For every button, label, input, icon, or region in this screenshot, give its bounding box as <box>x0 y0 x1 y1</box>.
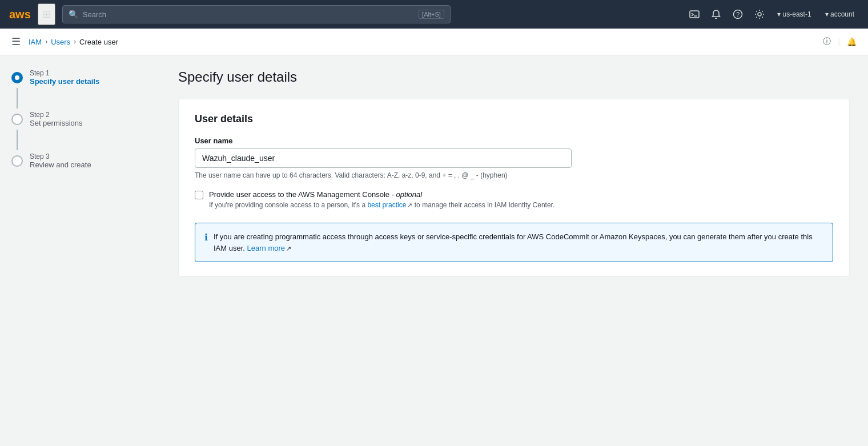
step-2-number: Step 2 <box>30 111 82 119</box>
breadcrumb-actions: ⓘ | 🔔 <box>823 37 857 47</box>
search-icon: 🔍 <box>69 10 78 19</box>
user-account[interactable]: ▾ account <box>821 10 859 18</box>
help-button[interactable]: ? <box>729 6 746 23</box>
aws-logo[interactable]: aws <box>9 9 31 20</box>
main-layout: Step 1 Specify user details Step 2 Set p… <box>0 55 868 444</box>
aws-logo-text: aws <box>9 9 31 20</box>
apps-grid-button[interactable]: ⊞ <box>38 3 55 25</box>
console-access-sublabel: If you're providing console access to a … <box>209 201 554 209</box>
step-2-title: Set permissions <box>30 119 82 127</box>
card-title: User details <box>195 113 833 125</box>
step-1-item: Step 1 Specify user details <box>11 69 148 111</box>
search-bar: 🔍 [Alt+S] <box>62 5 451 23</box>
breadcrumb-current: Create user <box>79 38 118 46</box>
step-3-title: Review and create <box>30 160 91 169</box>
console-access-checkbox[interactable] <box>195 191 203 199</box>
console-access-label[interactable]: Provide user access to the AWS Managemen… <box>209 190 422 199</box>
step-2-item: Step 2 Set permissions <box>11 111 148 152</box>
breadcrumb-sep-2: › <box>74 38 76 46</box>
breadcrumb-iam[interactable]: IAM <box>29 38 42 46</box>
content-area: Specify user details User details User n… <box>160 55 868 444</box>
info-box-text: If you are creating programmatic access … <box>214 231 823 254</box>
svg-point-5 <box>15 75 19 80</box>
username-label: User name <box>195 136 833 145</box>
svg-rect-0 <box>690 11 699 18</box>
user-details-card: User details User name The user name can… <box>178 99 850 276</box>
user-region[interactable]: ▾ us-east-1 <box>773 10 815 18</box>
svg-point-4 <box>758 13 761 16</box>
breadcrumb-sep-1: › <box>45 38 47 46</box>
info-circle-icon[interactable]: ⓘ <box>823 37 831 47</box>
page-title: Specify user details <box>178 69 850 85</box>
external-icon-learn-more: ↗ <box>286 245 291 252</box>
top-navigation: aws ⊞ 🔍 [Alt+S] ? ▾ us-east-1 ▾ account <box>0 0 868 29</box>
nav-icons: ? ▾ us-east-1 ▾ account <box>686 6 859 23</box>
console-access-row: Provide user access to the AWS Managemen… <box>195 190 833 209</box>
step-1-header: Step 1 Specify user details <box>11 69 148 86</box>
step-1-title[interactable]: Specify user details <box>30 77 99 86</box>
search-input[interactable] <box>83 10 414 19</box>
step-3-circle <box>11 155 23 167</box>
username-input[interactable] <box>195 148 572 168</box>
notifications-button[interactable] <box>708 6 725 23</box>
learn-more-link[interactable]: Learn more <box>247 244 285 252</box>
terminal-icon-button[interactable] <box>686 6 703 23</box>
vertical-divider: | <box>838 37 840 46</box>
step-2-header: Step 2 Set permissions <box>11 111 148 127</box>
best-practice-link[interactable]: best practice <box>367 201 406 209</box>
step-2-circle <box>11 114 23 125</box>
info-icon: ℹ <box>204 232 208 243</box>
notifications-bell-icon[interactable]: 🔔 <box>847 37 857 46</box>
settings-button[interactable] <box>751 6 768 23</box>
breadcrumb-users[interactable]: Users <box>51 38 70 46</box>
step-1-number: Step 1 <box>30 69 99 77</box>
info-box: ℹ If you are creating programmatic acces… <box>195 223 833 262</box>
breadcrumb-bar: ☰ IAM › Users › Create user ⓘ | 🔔 <box>0 29 868 55</box>
svg-text:?: ? <box>736 11 740 18</box>
search-shortcut: [Alt+S] <box>419 10 444 19</box>
step-3-header: Step 3 Review and create <box>11 152 148 169</box>
step-2-connector <box>17 130 18 150</box>
steps-sidebar: Step 1 Specify user details Step 2 Set p… <box>0 55 160 444</box>
menu-toggle-button[interactable]: ☰ <box>11 35 21 48</box>
step-1-circle <box>11 72 23 83</box>
username-hint: The user name can have up to 64 characte… <box>195 171 833 179</box>
step-3-number: Step 3 <box>30 152 91 160</box>
step-3-item: Step 3 Review and create <box>11 152 148 171</box>
username-field-group: User name The user name can have up to 6… <box>195 136 833 179</box>
step-1-connector <box>17 88 18 109</box>
